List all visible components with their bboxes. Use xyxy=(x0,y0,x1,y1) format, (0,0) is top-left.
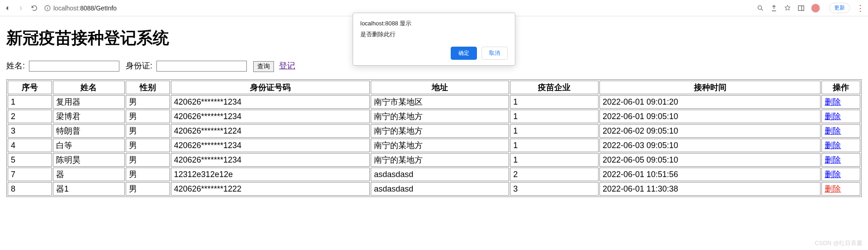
zoom-icon[interactable] xyxy=(757,5,764,12)
cell-id: 420626*******1224 xyxy=(171,124,370,138)
cell-addr: 南宁的某地方 xyxy=(371,124,509,138)
id-label: 身份证: xyxy=(126,61,152,70)
forward-icon[interactable] xyxy=(17,5,24,12)
table-row: 5陈明昊男420626*******1234南宁的某地方12022-06-05 … xyxy=(8,153,860,167)
cell-gender: 男 xyxy=(126,95,170,109)
cell-seq: 1 xyxy=(8,95,52,109)
cell-gender: 男 xyxy=(126,168,170,181)
data-table: 序号 姓名 性别 身份证号码 地址 疫苗企业 接种时间 操作 1复用器男4206… xyxy=(6,79,862,197)
cell-seq: 4 xyxy=(8,139,52,152)
cell-addr: 南宁的某地方 xyxy=(371,110,509,123)
cell-time: 2022-06-02 09:05:10 xyxy=(599,124,821,138)
svg-rect-5 xyxy=(798,5,804,10)
chrome-update-button[interactable]: 更新 xyxy=(829,3,850,13)
cell-id: 12312e312e12e xyxy=(171,168,370,181)
reload-icon[interactable] xyxy=(31,5,38,12)
delete-link[interactable]: 删除 xyxy=(825,97,841,106)
cell-id: 420626*******1234 xyxy=(171,153,370,167)
cell-action: 删除 xyxy=(821,168,860,181)
dialog-message: 是否删除此行 xyxy=(360,30,508,38)
cell-company: 1 xyxy=(510,153,599,167)
cell-time: 2022-06-01 09:01:20 xyxy=(599,95,821,109)
table-row: 8器1男420626*******1222asdasdasd32022-06-0… xyxy=(8,182,860,196)
cell-name: 白等 xyxy=(53,139,125,152)
profile-avatar-icon[interactable] xyxy=(811,4,820,13)
cell-gender: 男 xyxy=(126,182,170,196)
table-row: 4白等男420626*******1234南宁的某地方12022-06-03 0… xyxy=(8,139,860,152)
cell-time: 2022-06-03 09:05:10 xyxy=(599,139,821,152)
delete-link[interactable]: 删除 xyxy=(825,126,841,135)
cell-addr: asdasdasd xyxy=(371,182,509,196)
col-id: 身份证号码 xyxy=(171,81,370,94)
cell-addr: 南宁的某地方 xyxy=(371,139,509,152)
col-action: 操作 xyxy=(821,81,860,94)
site-info-icon[interactable] xyxy=(44,5,51,11)
cell-id: 420626*******1234 xyxy=(171,139,370,152)
cell-id: 420626*******1222 xyxy=(171,182,370,196)
delete-link[interactable]: 删除 xyxy=(825,112,841,121)
col-time: 接种时间 xyxy=(599,81,821,94)
delete-link[interactable]: 删除 xyxy=(825,141,841,150)
dialog-ok-button[interactable]: 确定 xyxy=(451,47,477,60)
dialog-title: localhost:8088 显示 xyxy=(360,19,508,28)
url-path: /GetInfo xyxy=(94,5,117,12)
back-icon[interactable] xyxy=(4,5,11,12)
cell-company: 3 xyxy=(510,182,599,196)
svg-line-4 xyxy=(761,9,763,10)
cell-company: 1 xyxy=(510,139,599,152)
svg-point-3 xyxy=(758,5,762,9)
cell-addr: 南宁市某地区 xyxy=(371,95,509,109)
confirm-dialog: localhost:8088 显示 是否删除此行 确定 取消 xyxy=(353,13,515,66)
col-addr: 地址 xyxy=(371,81,509,94)
cell-name: 器 xyxy=(53,168,125,181)
cell-action: 删除 xyxy=(821,153,860,167)
name-input[interactable] xyxy=(29,61,119,72)
cell-gender: 男 xyxy=(126,153,170,167)
cell-gender: 男 xyxy=(126,124,170,138)
panel-icon[interactable] xyxy=(797,5,805,12)
svg-point-2 xyxy=(47,6,47,7)
url-host: localhost: xyxy=(53,5,80,12)
menu-dots-icon[interactable]: ⋮ xyxy=(856,5,864,12)
register-link[interactable]: 登记 xyxy=(279,61,295,70)
cell-time: 2022-06-01 09:05:10 xyxy=(599,110,821,123)
dialog-cancel-button[interactable]: 取消 xyxy=(481,47,508,60)
cell-seq: 2 xyxy=(8,110,52,123)
col-name: 姓名 xyxy=(53,81,125,94)
url-port: 8088 xyxy=(80,5,94,12)
cell-gender: 男 xyxy=(126,139,170,152)
cell-company: 2 xyxy=(510,168,599,181)
cell-name: 特朗普 xyxy=(53,124,125,138)
table-row: 7器男12312e312e12easdasdasd22022-06-01 10:… xyxy=(8,168,860,181)
cell-time: 2022-06-01 11:30:38 xyxy=(599,182,821,196)
query-button[interactable]: 查询 xyxy=(253,61,274,72)
bookmark-star-icon[interactable] xyxy=(784,5,791,12)
id-input[interactable] xyxy=(156,61,247,72)
name-label: 姓名: xyxy=(6,61,25,70)
table-header-row: 序号 姓名 性别 身份证号码 地址 疫苗企业 接种时间 操作 xyxy=(8,81,860,94)
cell-time: 2022-06-05 09:05:10 xyxy=(599,153,821,167)
cell-addr: 南宁的某地方 xyxy=(371,153,509,167)
delete-link[interactable]: 删除 xyxy=(825,155,841,164)
delete-link[interactable]: 删除 xyxy=(825,184,841,193)
table-row: 2梁博君男420626*******1234南宁的某地方12022-06-01 … xyxy=(8,110,860,123)
cell-action: 删除 xyxy=(821,182,860,196)
cell-gender: 男 xyxy=(126,110,170,123)
cell-id: 420626*******1234 xyxy=(171,95,370,109)
share-icon[interactable] xyxy=(770,5,778,12)
cell-action: 删除 xyxy=(821,139,860,152)
cell-id: 420626*******1234 xyxy=(171,110,370,123)
address-bar[interactable]: localhost:8088/GetInfo xyxy=(44,5,757,12)
cell-seq: 5 xyxy=(8,153,52,167)
table-row: 1复用器男420626*******1234南宁市某地区12022-06-01 … xyxy=(8,95,860,109)
cell-seq: 8 xyxy=(8,182,52,196)
cell-action: 删除 xyxy=(821,95,860,109)
cell-seq: 3 xyxy=(8,124,52,138)
cell-name: 复用器 xyxy=(53,95,125,109)
cell-company: 1 xyxy=(510,124,599,138)
delete-link[interactable]: 删除 xyxy=(825,170,841,179)
cell-company: 1 xyxy=(510,110,599,123)
cell-name: 器1 xyxy=(53,182,125,196)
col-seq: 序号 xyxy=(8,81,52,94)
cell-seq: 7 xyxy=(8,168,52,181)
